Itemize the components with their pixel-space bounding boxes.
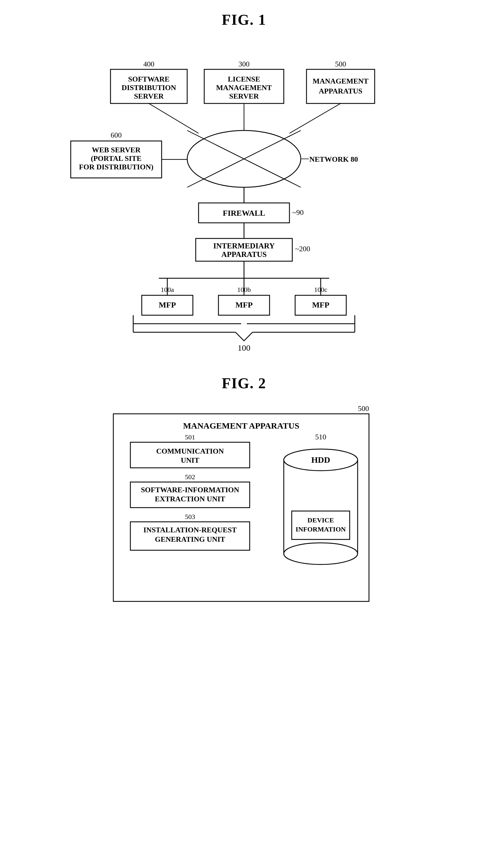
management-apparatus-title: MANAGEMENT APPARATUS — [183, 421, 299, 430]
mfp-c-text: MFP — [312, 301, 329, 309]
fig1-title: FIG. 1 — [222, 11, 266, 28]
management-app-box — [306, 69, 375, 103]
label-400: 400 — [143, 60, 155, 68]
device-info-text-2: INFORMATION — [296, 526, 346, 533]
license-server-text-2: MANAGEMENT — [216, 84, 272, 92]
unit-503-label: 503 — [185, 513, 195, 520]
page-container: FIG. 1 400 SOFTWARE DISTRIBUTION SERVER … — [0, 0, 488, 619]
software-server-text-3: SERVER — [134, 92, 164, 100]
license-server-text-1: LICENSE — [228, 75, 260, 83]
mfp-group-label: 100 — [238, 343, 251, 352]
device-info-box — [292, 511, 350, 539]
unit-502-label: 502 — [185, 473, 195, 480]
software-server-text-2: DISTRIBUTION — [122, 84, 176, 92]
unit-501-text-2: UNIT — [181, 456, 199, 464]
hdd-510-label: 510 — [315, 433, 326, 441]
software-server-text-1: SOFTWARE — [128, 75, 170, 83]
fig2-section: FIG. 2 500 MANAGEMENT APPARATUS 501 COMM… — [17, 375, 471, 608]
mfp-b-text: MFP — [235, 301, 253, 309]
fig2-500-label: 500 — [358, 404, 369, 413]
mfp-a-label: 100a — [161, 286, 174, 293]
firewall-id: ~90 — [292, 208, 304, 217]
intermediary-text-1: INTERMEDIARY — [213, 242, 275, 250]
management-app-text-1: MANAGEMENT — [313, 77, 368, 85]
device-info-text-1: DEVICE — [307, 517, 334, 524]
unit-503-text-2: GENERATING UNIT — [155, 535, 225, 544]
fig2-title: FIG. 2 — [222, 375, 266, 392]
unit-501-label: 501 — [185, 433, 195, 441]
mfp-c-label: 100c — [314, 286, 327, 293]
web-server-text-3: FOR DISTRIBUTION) — [79, 163, 153, 171]
network-label: NETWORK 80 — [309, 155, 358, 163]
web-server-text-2: (PORTAL SITE — [91, 154, 141, 162]
line-management-network — [289, 103, 340, 133]
management-app-text-2: APPARATUS — [319, 87, 362, 95]
unit-501-text-1: COMMUNICATION — [156, 447, 224, 455]
brace-point — [235, 332, 253, 341]
unit-502-text-1: SOFTWARE-INFORMATION — [141, 486, 239, 494]
line-software-network — [149, 103, 199, 133]
fig2-diagram: 500 MANAGEMENT APPARATUS 501 COMMUNICATI… — [102, 403, 386, 608]
intermediary-text-2: APPARATUS — [221, 250, 267, 259]
unit-502-text-2: EXTRACTION UNIT — [155, 495, 225, 503]
mfp-a-text: MFP — [159, 301, 176, 309]
intermediary-id: ~200 — [295, 245, 310, 253]
label-600: 600 — [111, 131, 122, 139]
firewall-text: FIREWALL — [223, 209, 265, 217]
mfp-b-label: 100b — [237, 286, 251, 293]
hdd-text: HDD — [311, 455, 330, 464]
fig1-diagram: 400 SOFTWARE DISTRIBUTION SERVER 300 LIC… — [88, 39, 400, 352]
license-server-text-3: SERVER — [229, 92, 259, 100]
label-500-top: 500 — [335, 60, 346, 68]
web-server-text-1: WEB SERVER — [92, 146, 140, 154]
unit-503-text-1: INSTALLATION-REQUEST — [143, 526, 237, 534]
label-300: 300 — [238, 60, 250, 68]
hdd-bottom-ellipse — [284, 543, 358, 564]
fig1-section: FIG. 1 400 SOFTWARE DISTRIBUTION SERVER … — [17, 11, 471, 352]
